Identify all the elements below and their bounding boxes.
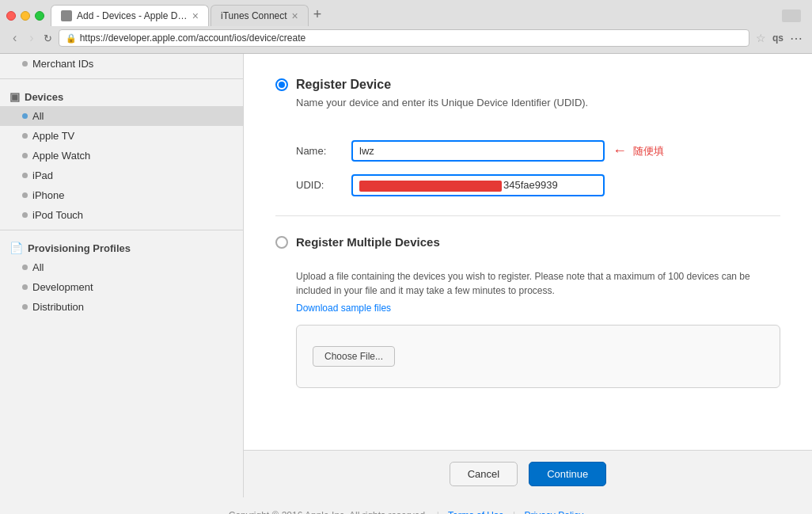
name-label: Name: <box>296 145 351 157</box>
page-footer: Cancel Continue <box>244 450 812 497</box>
udid-label: UDID: <box>296 179 351 191</box>
dot-icon <box>22 212 28 218</box>
forward-button[interactable]: › <box>26 29 36 47</box>
name-field-row: Name: ← 随便填 <box>275 140 780 162</box>
maximize-button[interactable] <box>35 11 44 21</box>
terms-link[interactable]: Terms of Use <box>448 510 504 514</box>
register-multiple-section: Register Multiple Devices <box>275 235 780 253</box>
sidebar-devices-header: ▣ Devices <box>0 84 243 106</box>
name-input[interactable] <box>351 140 605 162</box>
udid-redacted-bar <box>359 181 502 192</box>
register-single-title: Register Device <box>296 78 588 92</box>
tab-itunes[interactable]: iTunes Connect × <box>211 5 309 26</box>
new-tab-button[interactable]: + <box>310 6 325 23</box>
register-single-radio[interactable] <box>275 78 288 91</box>
sidebar-item-ipad[interactable]: iPad <box>0 166 243 185</box>
address-text: https://developer.apple.com/account/ios/… <box>80 32 742 44</box>
annotation-text: 随便填 <box>633 144 664 158</box>
close-button[interactable] <box>6 11 16 21</box>
sidebar-divider <box>0 78 243 79</box>
register-multiple-radio[interactable] <box>275 236 288 249</box>
cancel-button[interactable]: Cancel <box>450 462 518 486</box>
sidebar-item-apple-watch[interactable]: Apple Watch <box>0 146 243 166</box>
choose-file-button[interactable]: Choose File... <box>313 346 395 367</box>
user-button[interactable]: qs <box>772 32 784 44</box>
site-footer: Copyright © 2016 Apple Inc. All rights r… <box>0 497 812 514</box>
sidebar-item-provisioning-all[interactable]: All <box>0 257 243 277</box>
minimize-button[interactable] <box>21 11 30 21</box>
tab-devices[interactable]: Add - Devices - Apple Develo... × <box>51 5 209 26</box>
tab-close-itunes[interactable]: × <box>292 10 298 21</box>
tab-close-devices[interactable]: × <box>192 10 199 21</box>
dot-icon <box>22 173 28 178</box>
footer-divider1: | <box>437 510 439 514</box>
sidebar-item-distribution[interactable]: Distribution <box>0 297 243 317</box>
tab-title-itunes: iTunes Connect <box>221 10 287 21</box>
name-annotation: ← 随便填 <box>613 143 664 159</box>
lock-icon: 🔒 <box>66 33 77 44</box>
sidebar: Merchant IDs ▣ Devices All Apple TV Appl… <box>0 54 244 497</box>
back-button[interactable]: ‹ <box>9 29 20 47</box>
section-separator <box>275 215 780 216</box>
address-bar[interactable]: 🔒 https://developer.apple.com/account/io… <box>59 29 749 47</box>
privacy-link[interactable]: Privacy Policy <box>525 510 584 514</box>
sidebar-item-ipod-touch[interactable]: iPod Touch <box>0 205 243 225</box>
udid-suffix: 345fae9939 <box>503 179 558 191</box>
sidebar-provisioning-header: 📄 Provisioning Profiles <box>0 235 243 257</box>
bookmark-button[interactable]: ☆ <box>756 32 766 44</box>
dot-icon <box>22 133 28 139</box>
reload-button[interactable]: ↻ <box>44 32 52 44</box>
sidebar-item-development[interactable]: Development <box>0 277 243 297</box>
spacer <box>244 412 812 450</box>
browser-controls <box>782 10 801 22</box>
sidebar-item-devices-all[interactable]: All <box>0 106 243 126</box>
file-upload-box: Choose File... <box>296 325 780 388</box>
continue-button[interactable]: Continue <box>529 462 606 486</box>
dot-icon <box>22 153 28 158</box>
sidebar-item-merchant-ids[interactable]: Merchant IDs <box>0 54 243 74</box>
tab-favicon-apple <box>61 10 72 21</box>
dot-icon <box>22 284 28 290</box>
main-content: Register Device Name your device and ent… <box>244 54 812 412</box>
dot-icon <box>22 192 28 198</box>
udid-field-row: UDID: 345fae9939 <box>275 174 780 196</box>
sidebar-item-apple-tv[interactable]: Apple TV <box>0 126 243 146</box>
download-sample-link[interactable]: Download sample files <box>275 303 780 314</box>
footer-divider2: | <box>513 510 515 514</box>
main-area: Register Device Name your device and ent… <box>244 54 812 497</box>
register-single-section: Register Device Name your device and ent… <box>275 78 780 124</box>
dot-icon <box>22 304 28 310</box>
tab-title-devices: Add - Devices - Apple Develo... <box>77 10 188 21</box>
register-single-subtitle: Name your device and enter its Unique De… <box>296 97 588 109</box>
provisioning-icon: 📄 <box>9 242 23 254</box>
more-button[interactable]: ⋯ <box>790 31 803 46</box>
devices-icon: ▣ <box>9 90 20 103</box>
browser-window: Add - Devices - Apple Develo... × iTunes… <box>0 0 812 514</box>
register-multiple-desc: Upload a file containing the devices you… <box>275 269 780 298</box>
register-multiple-title: Register Multiple Devices <box>296 235 780 249</box>
dot-icon <box>22 265 28 270</box>
dot-active-icon <box>22 113 28 119</box>
sidebar-item-iphone[interactable]: iPhone <box>0 185 243 205</box>
copyright-text: Copyright © 2016 Apple Inc. All rights r… <box>229 510 428 514</box>
page-body: Merchant IDs ▣ Devices All Apple TV Appl… <box>0 54 812 497</box>
red-arrow-icon: ← <box>613 143 627 159</box>
dot-icon <box>22 61 28 67</box>
udid-input[interactable]: 345fae9939 <box>351 174 605 196</box>
sidebar-divider2 <box>0 230 243 230</box>
